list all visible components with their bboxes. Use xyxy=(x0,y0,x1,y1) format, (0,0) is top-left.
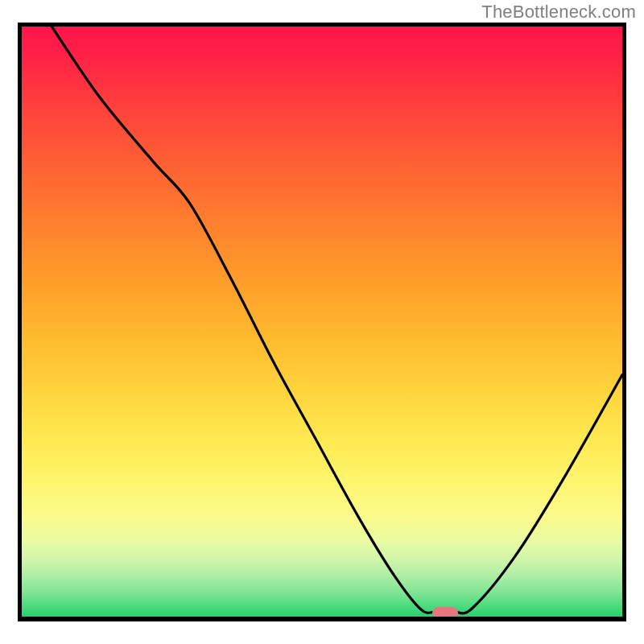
optimum-marker xyxy=(432,607,458,619)
watermark-text: TheBottleneck.com xyxy=(481,2,636,23)
plot-frame xyxy=(18,23,626,621)
gradient-background xyxy=(22,27,622,617)
chart-container: TheBottleneck.com xyxy=(0,0,644,644)
